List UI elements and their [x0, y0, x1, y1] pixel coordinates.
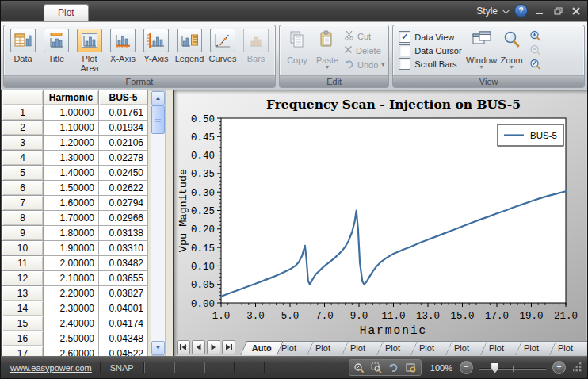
- row-number-cell[interactable]: 12: [2, 271, 44, 286]
- bus5-cell[interactable]: 0.02622: [99, 181, 148, 196]
- harmonic-cell[interactable]: 2.50000: [44, 331, 99, 346]
- bus5-cell[interactable]: 0.03310: [99, 241, 148, 256]
- chart-legend[interactable]: BUS-5: [498, 124, 563, 146]
- row-number-cell[interactable]: 13: [2, 286, 44, 301]
- tab-auto[interactable]: Auto: [239, 341, 283, 355]
- zoom-out-button[interactable]: −: [460, 361, 473, 374]
- harmonic-cell[interactable]: 1.30000: [44, 151, 99, 166]
- row-number-cell[interactable]: 4: [2, 151, 44, 166]
- scroll-down-icon[interactable]: ▼: [151, 341, 165, 355]
- row-number-cell[interactable]: 7: [2, 196, 44, 211]
- checkbox-data-view[interactable]: ✓Data View: [399, 31, 461, 43]
- harmonic-cell[interactable]: 2.20000: [44, 286, 99, 301]
- column-header-harmonic[interactable]: Harmonic: [44, 90, 99, 105]
- zoom-extents-button[interactable]: [351, 361, 367, 374]
- harmonic-cell[interactable]: 2.40000: [44, 316, 99, 331]
- bus5-cell[interactable]: 0.02278: [99, 151, 148, 166]
- bus5-cell[interactable]: 0.04348: [99, 331, 148, 346]
- harmonic-cell[interactable]: 1.90000: [44, 241, 99, 256]
- bus5-cell[interactable]: 0.02794: [99, 196, 148, 211]
- row-number-cell[interactable]: 10: [2, 241, 44, 256]
- row-number-cell[interactable]: 9: [2, 226, 44, 241]
- table-scrollbar[interactable]: ▲ ▼: [151, 90, 166, 356]
- bus5-cell[interactable]: 0.03138: [99, 226, 148, 241]
- first-plot-button[interactable]: [177, 340, 190, 354]
- scrollbar-thumb[interactable]: [151, 105, 165, 134]
- zoom-button[interactable]: Zoom ▾: [497, 27, 527, 75]
- style-menu[interactable]: Style: [476, 6, 498, 17]
- bus5-cell[interactable]: 0.03482: [99, 256, 148, 271]
- row-number-cell[interactable]: 2: [2, 121, 44, 136]
- bus5-cell[interactable]: 0.04174: [99, 316, 148, 331]
- resize-grip[interactable]: [573, 362, 582, 373]
- x-axis-button[interactable]: X-Axis: [106, 27, 139, 75]
- zoom-in-icon[interactable]: [529, 29, 543, 43]
- unchecked-checkbox-icon[interactable]: [399, 58, 410, 70]
- row-number-cell[interactable]: 16: [2, 331, 44, 346]
- previous-plot-button[interactable]: [192, 340, 205, 354]
- zoom-slider-thumb[interactable]: [491, 363, 498, 373]
- bus5-cell[interactable]: 0.01761: [99, 105, 148, 121]
- harmonic-cell[interactable]: 1.20000: [44, 136, 99, 151]
- zoom-previous-button[interactable]: [386, 361, 402, 374]
- plot-area-button[interactable]: Plot Area: [73, 27, 106, 75]
- data-button[interactable]: Data: [6, 27, 40, 75]
- checkbox-data-cursor[interactable]: Data Cursor: [399, 44, 461, 56]
- zoom-in-button[interactable]: +: [552, 361, 566, 374]
- row-number-cell[interactable]: 17: [2, 346, 44, 357]
- close-button[interactable]: [570, 6, 582, 17]
- bus5-cell[interactable]: 0.03827: [99, 286, 148, 301]
- row-number-cell[interactable]: 5: [2, 166, 44, 181]
- title-button[interactable]: Title: [40, 27, 73, 75]
- help-icon[interactable]: ?: [514, 4, 528, 17]
- harmonic-cell[interactable]: 1.10000: [44, 121, 99, 136]
- bus5-cell[interactable]: 0.02450: [99, 166, 148, 181]
- last-plot-button[interactable]: [222, 340, 235, 354]
- y-axis-button[interactable]: Y-Axis: [139, 27, 173, 75]
- window-button[interactable]: Window ▾: [467, 27, 497, 75]
- zoom-window-button[interactable]: [368, 361, 384, 374]
- next-plot-button[interactable]: [207, 340, 220, 354]
- harmonic-cell[interactable]: 2.10000: [44, 271, 99, 286]
- row-number-cell[interactable]: 11: [2, 256, 44, 271]
- easypower-link[interactable]: www.easypower.com: [10, 363, 92, 373]
- bus5-cell[interactable]: 0.03655: [99, 271, 148, 286]
- tab-plot-9[interactable]: Plot 9: [549, 341, 587, 355]
- harmonic-cell[interactable]: 1.60000: [44, 196, 99, 211]
- unchecked-checkbox-icon[interactable]: [399, 44, 410, 56]
- bus5-cell[interactable]: 0.02966: [99, 211, 148, 226]
- style-chevron-down-icon[interactable]: [502, 6, 510, 13]
- bus5-cell[interactable]: 0.04001: [99, 301, 148, 316]
- harmonic-cell[interactable]: 1.80000: [44, 226, 99, 241]
- zoom-slider[interactable]: [479, 362, 546, 373]
- row-number-cell[interactable]: 1: [2, 105, 44, 121]
- zoom-extents-icon[interactable]: [529, 58, 543, 71]
- harmonic-cell[interactable]: 2.60000: [44, 346, 99, 357]
- bus5-cell[interactable]: 0.02106: [99, 136, 148, 151]
- harmonic-cell[interactable]: 1.00000: [44, 105, 99, 121]
- harmonic-cell[interactable]: 1.50000: [44, 181, 99, 196]
- corner-header-cell[interactable]: [2, 90, 44, 105]
- chart-panel[interactable]: Frequency Scan - Injection on BUS-50.000…: [174, 90, 587, 356]
- bus5-cell[interactable]: 0.04522: [99, 346, 148, 357]
- row-number-cell[interactable]: 8: [2, 211, 44, 226]
- bus5-cell[interactable]: 0.01934: [99, 121, 148, 136]
- minimize-button[interactable]: [533, 6, 546, 17]
- row-number-cell[interactable]: 14: [2, 301, 44, 316]
- legend-button[interactable]: Legend: [173, 27, 206, 75]
- zoom-view-button[interactable]: [403, 361, 419, 374]
- checked-checkbox-icon[interactable]: ✓: [399, 31, 410, 43]
- row-number-cell[interactable]: 6: [2, 181, 44, 196]
- row-number-cell[interactable]: 3: [2, 136, 44, 151]
- frequency-scan-chart[interactable]: Frequency Scan - Injection on BUS-50.000…: [174, 90, 587, 339]
- column-header-bus-5[interactable]: BUS-5: [99, 90, 148, 105]
- snap-mode-label[interactable]: SNAP: [110, 363, 134, 373]
- scroll-up-icon[interactable]: ▲: [151, 91, 165, 105]
- harmonic-cell[interactable]: 1.70000: [44, 211, 99, 226]
- harmonic-cell[interactable]: 1.40000: [44, 166, 99, 181]
- restore-button[interactable]: [552, 6, 564, 17]
- curves-button[interactable]: Curves: [206, 27, 239, 75]
- harmonic-cell[interactable]: 2.30000: [44, 301, 99, 316]
- ribbon-tab-plot[interactable]: Plot: [44, 4, 89, 21]
- harmonic-cell[interactable]: 2.00000: [44, 256, 99, 271]
